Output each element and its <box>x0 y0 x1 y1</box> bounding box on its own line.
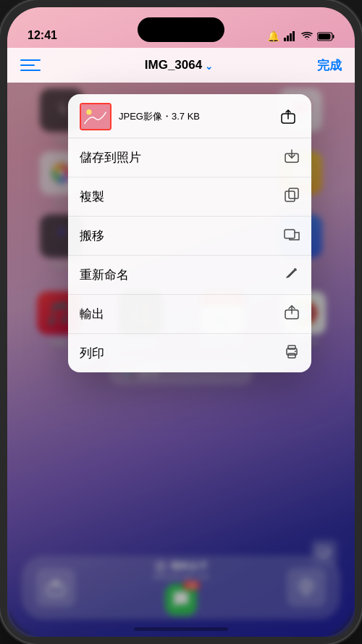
svg-rect-0 <box>284 38 286 41</box>
hamburger-line <box>20 59 41 61</box>
done-button[interactable]: 完成 <box>317 57 342 74</box>
print-icon <box>284 343 300 363</box>
svg-point-56 <box>295 351 296 352</box>
copy-label: 複製 <box>80 188 104 205</box>
hamburger-line <box>20 64 35 66</box>
context-menu-save-photos[interactable]: 儲存到照片 <box>68 138 311 177</box>
battery-icon <box>317 32 334 41</box>
svg-rect-51 <box>285 230 295 238</box>
context-menu-copy[interactable]: 複製 <box>68 177 311 217</box>
file-name: IMG_3064 <box>145 58 202 72</box>
save-photos-icon <box>284 148 300 167</box>
context-menu-move[interactable]: 搬移 <box>68 217 311 256</box>
hamburger-line <box>20 70 41 71</box>
home-indicator <box>134 627 228 631</box>
wifi-icon <box>301 32 313 41</box>
status-icons: 🔔 <box>267 30 334 42</box>
rename-label: 重新命名 <box>80 267 129 283</box>
share-button-header[interactable] <box>277 105 300 128</box>
svg-rect-45 <box>81 104 110 130</box>
phone-frame: 12:41 🔔 <box>0 0 362 644</box>
save-photos-label: 儲存到照片 <box>80 149 141 166</box>
svg-rect-1 <box>287 35 289 41</box>
move-label: 搬移 <box>80 227 104 244</box>
svg-rect-54 <box>288 354 295 358</box>
context-menu-print[interactable]: 列印 <box>68 334 311 372</box>
nav-bar: IMG_3064 ⌄ 完成 <box>7 48 355 83</box>
svg-rect-5 <box>333 35 334 38</box>
context-menu: JPEG影像・3.7 KB 儲存到照片 <box>68 94 311 372</box>
chevron-down-icon: ⌄ <box>205 61 213 72</box>
export-icon <box>284 304 300 324</box>
svg-point-46 <box>86 109 91 114</box>
svg-rect-6 <box>319 33 331 39</box>
file-thumbnail <box>80 103 111 130</box>
svg-rect-49 <box>285 191 295 201</box>
export-label: 輸出 <box>80 306 104 322</box>
context-menu-header: JPEG影像・3.7 KB <box>68 94 311 138</box>
file-info-text: JPEG影像・3.7 KB <box>119 110 269 123</box>
svg-rect-55 <box>288 346 295 349</box>
context-menu-rename[interactable]: 重新命名 <box>68 256 311 295</box>
svg-rect-50 <box>289 188 298 198</box>
rename-icon <box>284 265 300 285</box>
svg-rect-2 <box>290 33 292 41</box>
nav-title[interactable]: IMG_3064 ⌄ <box>145 58 213 72</box>
move-icon <box>284 226 300 246</box>
hamburger-menu-button[interactable] <box>20 55 41 75</box>
svg-rect-3 <box>292 31 295 41</box>
phone-screen: 12:41 🔔 <box>7 7 355 637</box>
dynamic-island <box>138 17 224 42</box>
signal-icon <box>284 31 297 41</box>
bell-icon: 🔔 <box>267 30 279 42</box>
status-time: 12:41 <box>28 29 57 42</box>
print-label: 列印 <box>80 345 104 361</box>
context-menu-export[interactable]: 輸出 <box>68 295 311 334</box>
copy-icon <box>284 187 300 206</box>
